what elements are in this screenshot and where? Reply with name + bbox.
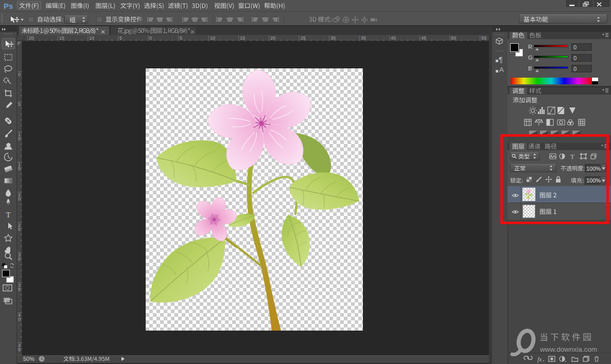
- svg-text:5: 5: [18, 287, 21, 292]
- svg-text:45: 45: [421, 35, 426, 41]
- svg-text:T: T: [6, 211, 10, 219]
- svg-text:G: G: [528, 54, 533, 61]
- svg-text:5: 5: [18, 166, 21, 171]
- svg-text:5: 5: [18, 102, 21, 107]
- svg-text:A: A: [499, 66, 504, 74]
- svg-text:www.downxia.com: www.downxia.com: [539, 345, 597, 353]
- svg-text:R: R: [528, 44, 532, 50]
- svg-text:20: 20: [270, 35, 275, 41]
- svg-text:15: 15: [59, 35, 64, 41]
- svg-text:10: 10: [89, 35, 94, 41]
- svg-text:0: 0: [18, 317, 21, 322]
- svg-text:20: 20: [29, 35, 34, 41]
- svg-text:0: 0: [18, 257, 21, 262]
- svg-text:5: 5: [180, 35, 182, 41]
- svg-text:10: 10: [210, 35, 215, 41]
- svg-text:55: 55: [481, 35, 486, 41]
- svg-text:5: 5: [18, 227, 21, 232]
- svg-text:Ps: Ps: [4, 2, 13, 10]
- svg-text:25: 25: [301, 35, 306, 41]
- svg-text:5: 5: [119, 35, 122, 41]
- svg-text:0: 0: [18, 136, 21, 141]
- svg-text:35: 35: [361, 35, 366, 41]
- svg-text:0: 0: [573, 66, 577, 72]
- svg-text:15: 15: [240, 35, 245, 41]
- svg-text:30: 30: [330, 35, 336, 41]
- svg-text:0: 0: [149, 35, 152, 41]
- svg-text:¶: ¶: [499, 56, 503, 64]
- svg-text:0: 0: [573, 44, 577, 50]
- svg-text:fx: fx: [537, 356, 542, 363]
- svg-text:5: 5: [18, 347, 21, 352]
- svg-text:40: 40: [391, 35, 396, 41]
- svg-text:0: 0: [18, 196, 21, 202]
- svg-text:50: 50: [451, 35, 456, 41]
- svg-text:0: 0: [18, 72, 21, 77]
- svg-text:50%: 50%: [23, 356, 34, 362]
- svg-text:0: 0: [573, 55, 577, 61]
- svg-text:B: B: [528, 65, 532, 71]
